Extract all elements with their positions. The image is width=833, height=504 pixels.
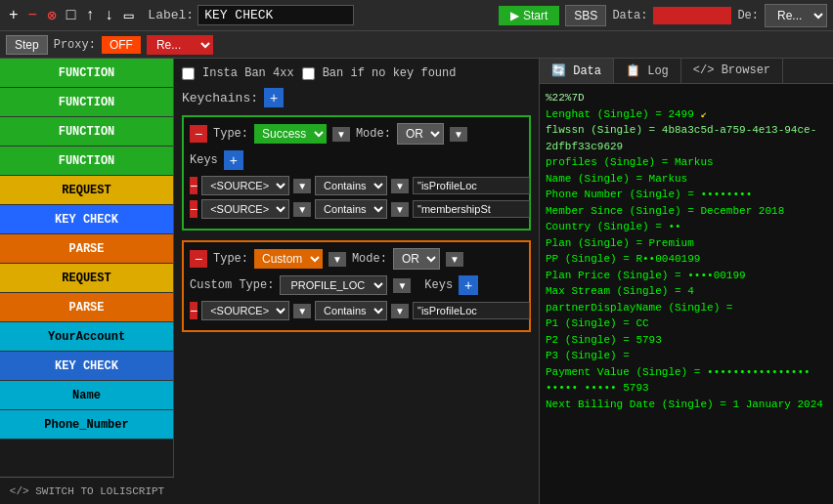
section1-type-arrow[interactable]: ▼ (332, 127, 350, 142)
tool-minus[interactable]: − (25, 5, 41, 26)
sidebar-item-phonenumber[interactable]: Phone_Number (0, 410, 173, 440)
start-button[interactable]: ▶ Start (499, 6, 559, 25)
section2-mode-label: Mode: (352, 252, 387, 266)
section2-type-select[interactable]: Custom (254, 249, 323, 269)
section1-mode-select[interactable]: OR (397, 123, 444, 145)
sidebar-item-parse-1[interactable]: PARSE (0, 234, 173, 264)
content-line-3: profiles (Single) = Markus (546, 154, 827, 171)
content-line-12: partnerDisplayName (Single) = (546, 300, 827, 316)
cond3-remove[interactable]: − (190, 302, 197, 319)
de-label: De: (737, 9, 759, 22)
tool-close[interactable]: ⊗ (44, 4, 60, 27)
cond1-remove[interactable]: − (190, 177, 197, 194)
sidebar-item-request-2[interactable]: REQUEST (0, 264, 173, 293)
sidebar-item-youraccount[interactable]: YourAccount (0, 322, 173, 352)
section1-condition-1: − <SOURCE> ▼ Contains ▼ (190, 176, 523, 195)
section1-type-select[interactable]: Success (254, 124, 327, 144)
tab-data[interactable]: 🔄 Data (540, 59, 614, 83)
section1-remove-button[interactable]: − (190, 125, 207, 143)
sidebar-item-function-2[interactable]: FUNCTION (0, 88, 173, 117)
cond3-contains[interactable]: Contains (315, 301, 387, 320)
section2-keys-label: Keys (424, 278, 453, 292)
sbs-button[interactable]: SBS (565, 5, 606, 26)
play-icon: ▶ (510, 9, 519, 22)
step-button[interactable]: Step (6, 35, 48, 55)
content-line-10: Plan Price (Single) = ••••00199 (546, 268, 827, 284)
tab-log[interactable]: 📋 Log (614, 59, 681, 83)
options-row: Insta Ban 4xx Ban if no key found (182, 66, 531, 80)
section1-mode-arrow[interactable]: ▼ (450, 127, 467, 142)
cond2-remove[interactable]: − (190, 200, 197, 218)
section-success: − Type: Success ▼ Mode: OR ▼ Keys + − (182, 115, 531, 231)
cond2-source-arrow[interactable]: ▼ (293, 202, 311, 217)
cond3-value[interactable] (413, 302, 530, 319)
proxy-label: Proxy: (54, 38, 96, 52)
cond3-source[interactable]: <SOURCE> (201, 301, 289, 320)
tab-browser[interactable]: </> Browser (681, 59, 783, 83)
sidebar-item-request-1[interactable]: REQUEST (0, 176, 173, 205)
section1-keys-row: Keys + (190, 150, 523, 170)
sidebar-item-keycheck-2[interactable]: KEY CHECK (0, 352, 173, 381)
main-layout: FUNCTION FUNCTION FUNCTION FUNCTION REQU… (0, 59, 833, 504)
section2-mode-arrow[interactable]: ▼ (446, 252, 463, 267)
content-line-2: flwssn (Single) = 4b8a3c5d-a759-4e13-94c… (546, 122, 827, 154)
sidebar-item-keycheck-1[interactable]: KEY CHECK (0, 205, 173, 234)
keychains-row: Keychains: + (182, 88, 531, 107)
cond1-contains-arrow[interactable]: ▼ (391, 179, 409, 193)
content-line-14: P2 (Single) = 5793 (546, 332, 827, 349)
section2-remove-button[interactable]: − (190, 250, 207, 268)
insta-ban-checkbox[interactable] (182, 67, 195, 80)
sidebar-item-name[interactable]: Name (0, 381, 173, 410)
proxy-toggle[interactable]: OFF (102, 36, 141, 54)
de-select[interactable]: Re... (765, 4, 827, 27)
sidebar-item-function-4[interactable]: FUNCTION (0, 147, 173, 176)
section2-mode-select[interactable]: OR (393, 248, 440, 270)
section2-type-arrow[interactable]: ▼ (329, 252, 346, 267)
label-text: Label: (148, 8, 194, 22)
tool-plus[interactable]: + (6, 5, 22, 26)
cond2-contains-arrow[interactable]: ▼ (391, 202, 409, 217)
content-line-4: Name (Single) = Markus (546, 171, 827, 188)
section2-condition-1: − <SOURCE> ▼ Contains ▼ (190, 301, 523, 320)
data-input[interactable] (653, 7, 731, 24)
cond2-contains[interactable]: Contains (315, 199, 387, 219)
switch-loliscript-btn[interactable]: </> SWITCH TO LOLISCRIPT (0, 477, 174, 504)
sidebar-item-parse-2[interactable]: PARSE (0, 293, 173, 322)
insta-ban-label: Insta Ban 4xx (202, 66, 294, 80)
tool-square[interactable]: □ (64, 5, 79, 26)
section1-keys-label: Keys (190, 153, 218, 167)
second-toolbar: Step Proxy: OFF Re... (0, 31, 833, 59)
cond1-value[interactable] (413, 177, 530, 194)
section1-keys-add-button[interactable]: + (224, 150, 243, 170)
ban-no-key-checkbox[interactable] (302, 67, 315, 80)
cond1-source[interactable]: <SOURCE> (201, 176, 289, 195)
content-line-13: P1 (Single) = CC (546, 315, 827, 332)
cond3-contains-arrow[interactable]: ▼ (391, 304, 409, 318)
content-line-16: Payment Value (Single) = •••••••••••••••… (546, 364, 827, 381)
right-tabs: 🔄 Data 📋 Log </> Browser (540, 59, 833, 84)
section1-mode-label: Mode: (356, 127, 391, 141)
top-toolbar: + − ⊗ □ ↑ ↓ ▭ Label: ▶ Start SBS Data: D… (0, 0, 833, 31)
keychains-add-button[interactable]: + (264, 88, 284, 107)
custom-type-arrow[interactable]: ▼ (393, 278, 411, 293)
custom-type-label: Custom Type: (190, 278, 274, 292)
section2-type-mode-row: − Type: Custom ▼ Mode: OR ▼ (190, 248, 523, 270)
section2-type-label: Type: (213, 252, 248, 266)
content-line-6: Member Since (Single) = December 2018 (546, 203, 827, 220)
label-input[interactable] (197, 5, 354, 25)
cond3-source-arrow[interactable]: ▼ (293, 304, 311, 318)
custom-type-row: Custom Type: PROFILE_LOC ▼ Keys + (190, 275, 523, 295)
tool-down[interactable]: ↓ (102, 5, 117, 26)
content-line-9: PP (Single) = R••0040199 (546, 251, 827, 268)
proxy-select[interactable]: Re... (147, 35, 213, 55)
tool-up[interactable]: ↑ (82, 5, 98, 26)
sidebar-item-function-1[interactable]: FUNCTION (0, 59, 173, 88)
cond2-value[interactable] (413, 200, 530, 218)
custom-type-select[interactable]: PROFILE_LOC (280, 275, 387, 295)
section2-keys-add-button[interactable]: + (459, 275, 478, 295)
cond1-contains[interactable]: Contains (315, 176, 387, 195)
cond1-source-arrow[interactable]: ▼ (293, 179, 311, 193)
tool-rect[interactable]: ▭ (121, 4, 137, 27)
sidebar-item-function-3[interactable]: FUNCTION (0, 117, 173, 147)
cond2-source[interactable]: <SOURCE> (201, 199, 289, 219)
